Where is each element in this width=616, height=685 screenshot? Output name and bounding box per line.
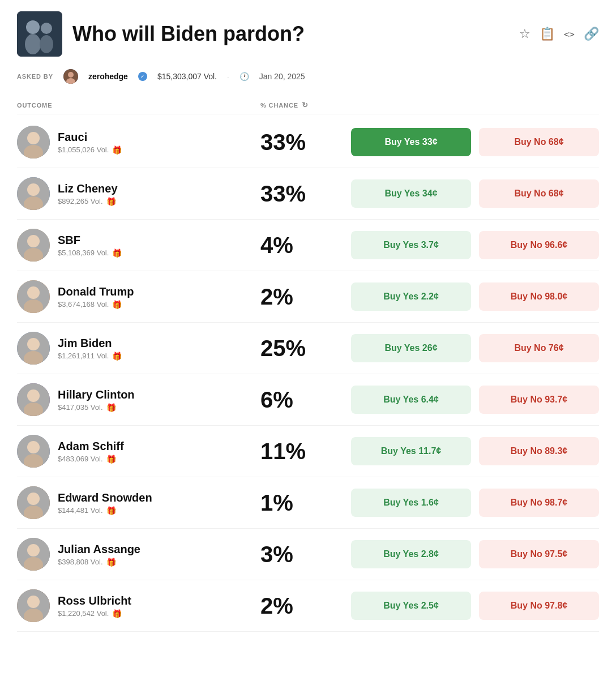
- clock-icon: 🕐: [239, 72, 249, 81]
- buy-no-button[interactable]: Buy No 76¢: [479, 334, 599, 362]
- buy-no-button[interactable]: Buy No 93.7¢: [479, 386, 599, 414]
- buy-yes-button[interactable]: Buy Yes 11.7¢: [351, 437, 471, 465]
- avatar: [17, 126, 50, 159]
- outcome-left-2: SBF $5,108,369 Vol. 🎁: [17, 229, 260, 262]
- refresh-icon[interactable]: ↻: [302, 101, 309, 109]
- buy-no-button[interactable]: Buy No 89.3¢: [479, 437, 599, 465]
- table-row: Edward Snowden $144,481 Vol. 🎁 1% Buy Ye…: [17, 477, 599, 529]
- buy-no-button[interactable]: Buy No 68¢: [479, 128, 599, 156]
- page-header: Who will Biden pardon? ☆ 📋 <> 🔗: [17, 11, 599, 57]
- outcome-buttons: Buy Yes 2.5¢ Buy No 97.8¢: [351, 592, 599, 620]
- date-text: Jan 20, 2025: [259, 72, 305, 81]
- buy-yes-button[interactable]: Buy Yes 2.8¢: [351, 540, 471, 568]
- gift-icon[interactable]: 🎁: [106, 558, 116, 567]
- outcome-left-1: Liz Cheney $892,265 Vol. 🎁: [17, 177, 260, 210]
- outcome-left-0: Fauci $1,055,026 Vol. 🎁: [17, 126, 260, 159]
- outcome-info: Liz Cheney $892,265 Vol. 🎁: [58, 182, 118, 206]
- outcome-name: Edward Snowden: [58, 491, 152, 504]
- table-row: Ross Ulbricht $1,220,542 Vol. 🎁 2% Buy Y…: [17, 580, 599, 632]
- outcome-info: Donald Trump $3,674,168 Vol. 🎁: [58, 285, 134, 309]
- outcome-name: Donald Trump: [58, 285, 134, 298]
- user-name[interactable]: zerohedge: [88, 72, 128, 81]
- svg-point-12: [27, 183, 40, 196]
- outcome-volume: $1,055,026 Vol. 🎁: [58, 145, 122, 155]
- buy-no-button[interactable]: Buy No 96.6¢: [479, 231, 599, 259]
- buy-yes-button[interactable]: Buy Yes 26¢: [351, 334, 471, 362]
- column-headers: OUTCOME % CHANCE ↻: [17, 96, 599, 114]
- outcome-buttons: Buy Yes 26¢ Buy No 76¢: [351, 334, 599, 362]
- outcome-name: Jim Biden: [58, 336, 122, 350]
- code-icon[interactable]: <>: [564, 29, 575, 40]
- meta-row: ASKED BY zerohedge ✓ $15,303,007 Vol. · …: [17, 69, 599, 84]
- table-row: Jim Biden $1,261,911 Vol. 🎁 25% Buy Yes …: [17, 323, 599, 374]
- buy-yes-button[interactable]: Buy Yes 2.2¢: [351, 282, 471, 311]
- outcome-volume: $483,069 Vol. 🎁: [58, 455, 124, 464]
- gift-icon[interactable]: 🎁: [112, 609, 122, 618]
- avatar: [17, 383, 50, 416]
- svg-point-4: [40, 35, 53, 53]
- gift-icon[interactable]: 🎁: [106, 455, 116, 464]
- svg-point-30: [27, 493, 40, 505]
- outcome-volume: $144,481 Vol. 🎁: [58, 506, 152, 515]
- buy-no-button[interactable]: Buy No 98.0¢: [479, 282, 599, 311]
- outcome-volume: $5,108,369 Vol. 🎁: [58, 249, 122, 258]
- buy-yes-button[interactable]: Buy Yes 6.4¢: [351, 386, 471, 414]
- gift-icon[interactable]: 🎁: [106, 197, 116, 206]
- outcome-col-header: OUTCOME: [17, 102, 260, 109]
- outcome-chance: 33%: [260, 181, 351, 207]
- outcome-chance: 4%: [260, 233, 351, 258]
- volume-text: $15,303,007 Vol.: [157, 72, 217, 81]
- svg-point-6: [68, 72, 74, 78]
- gift-icon[interactable]: 🎁: [112, 300, 122, 309]
- buy-yes-button[interactable]: Buy Yes 2.5¢: [351, 592, 471, 620]
- buy-no-button[interactable]: Buy No 97.5¢: [479, 540, 599, 568]
- buy-no-button[interactable]: Buy No 98.7¢: [479, 489, 599, 517]
- table-row: Donald Trump $3,674,168 Vol. 🎁 2% Buy Ye…: [17, 271, 599, 323]
- svg-point-18: [27, 286, 40, 299]
- avatar: [17, 177, 50, 210]
- buy-yes-button[interactable]: Buy Yes 1.6¢: [351, 489, 471, 517]
- gift-icon[interactable]: 🎁: [112, 352, 122, 361]
- outcome-left-4: Jim Biden $1,261,911 Vol. 🎁: [17, 332, 260, 365]
- outcome-chance: 6%: [260, 387, 351, 413]
- outcome-buttons: Buy Yes 6.4¢ Buy No 93.7¢: [351, 386, 599, 414]
- outcome-buttons: Buy Yes 3.7¢ Buy No 96.6¢: [351, 231, 599, 259]
- outcomes-list: Fauci $1,055,026 Vol. 🎁 33% Buy Yes 33¢ …: [17, 117, 599, 632]
- outcome-chance: 2%: [260, 284, 351, 310]
- svg-point-24: [27, 389, 40, 402]
- gift-icon[interactable]: 🎁: [112, 249, 122, 258]
- outcome-buttons: Buy Yes 11.7¢ Buy No 89.3¢: [351, 437, 599, 465]
- outcome-left-7: Edward Snowden $144,481 Vol. 🎁: [17, 486, 260, 519]
- buy-yes-button[interactable]: Buy Yes 3.7¢: [351, 231, 471, 259]
- gift-icon[interactable]: 🎁: [106, 403, 116, 412]
- outcome-chance: 2%: [260, 593, 351, 619]
- outcome-left-8: Julian Assange $398,808 Vol. 🎁: [17, 538, 260, 571]
- asked-by-label: ASKED BY: [17, 73, 53, 80]
- table-row: Liz Cheney $892,265 Vol. 🎁 33% Buy Yes 3…: [17, 168, 599, 220]
- svg-point-15: [27, 235, 40, 247]
- header-image: [17, 11, 62, 57]
- buy-yes-button[interactable]: Buy Yes 34¢: [351, 179, 471, 208]
- gift-icon[interactable]: 🎁: [106, 506, 116, 515]
- user-avatar: [63, 69, 78, 84]
- outcome-buttons: Buy Yes 2.8¢ Buy No 97.5¢: [351, 540, 599, 568]
- svg-point-27: [27, 441, 40, 453]
- separator: ·: [227, 72, 229, 81]
- avatar: [17, 332, 50, 365]
- buy-yes-button[interactable]: Buy Yes 33¢: [351, 128, 471, 156]
- outcome-chance: 11%: [260, 439, 351, 464]
- document-icon[interactable]: 📋: [540, 27, 555, 41]
- verified-badge: ✓: [138, 72, 147, 81]
- link-icon[interactable]: 🔗: [584, 27, 599, 41]
- outcome-name: Hillary Clinton: [58, 388, 135, 401]
- outcome-buttons: Buy Yes 34¢ Buy No 68¢: [351, 179, 599, 208]
- buy-no-button[interactable]: Buy No 97.8¢: [479, 592, 599, 620]
- outcome-info: Hillary Clinton $417,035 Vol. 🎁: [58, 388, 135, 412]
- outcome-volume: $1,261,911 Vol. 🎁: [58, 352, 122, 361]
- star-icon[interactable]: ☆: [519, 27, 531, 41]
- buy-no-button[interactable]: Buy No 68¢: [479, 179, 599, 208]
- outcome-chance: 25%: [260, 336, 351, 361]
- outcome-left-6: Adam Schiff $483,069 Vol. 🎁: [17, 435, 260, 468]
- gift-icon[interactable]: 🎁: [112, 145, 122, 155]
- outcome-name: Liz Cheney: [58, 182, 118, 195]
